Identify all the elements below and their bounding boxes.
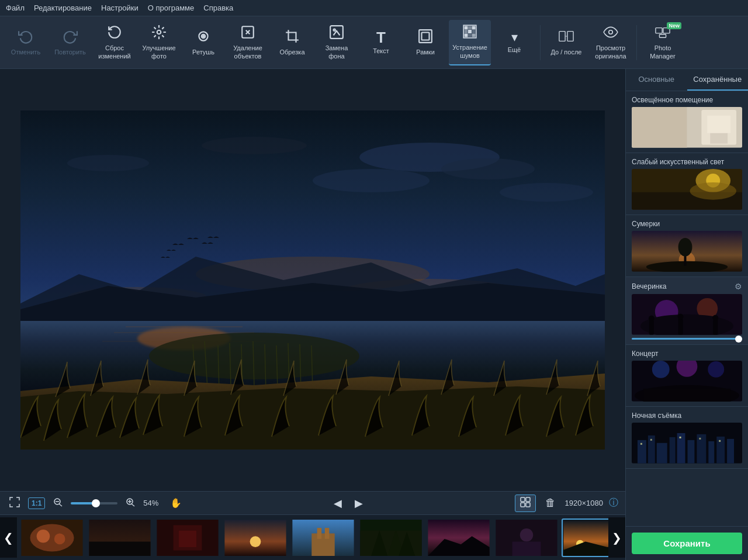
zoom-in-button[interactable] [123,496,137,510]
film-strip-prev[interactable]: ❮ [0,517,17,558]
undo-icon [18,29,33,46]
redo-button[interactable]: Повторить [49,20,91,65]
crop-button[interactable]: Обрезка [271,20,313,65]
menu-settings[interactable]: Настройки [101,4,138,12]
film-thumb-7[interactable] [426,518,491,557]
svg-rect-104 [707,116,730,133]
info-button[interactable]: ⓘ [609,497,618,509]
preview-button[interactable]: Просмотр оригинала [590,20,632,65]
preset-weak-light-label: Слабый искусственный свет [632,158,724,166]
svg-rect-145 [680,437,681,438]
preset-dusk[interactable]: Сумерки [626,215,748,277]
zoom-out-button[interactable] [51,496,65,510]
preset-party-label: Вечеринка [632,282,666,291]
undo-button[interactable]: Отменить [5,20,47,65]
svg-rect-105 [710,133,728,144]
svg-rect-7 [330,26,343,39]
zoom-slider[interactable] [71,502,117,504]
menu-help[interactable]: Справка [203,4,233,12]
photo-manager-label: Photo Manager [644,44,681,60]
preset-dusk-label: Сумерки [632,220,660,228]
preset-weak-light[interactable]: Слабый искусственный свет [626,153,748,215]
reset-label: Сброс изменений [96,44,133,60]
grid-view-button[interactable] [515,495,536,512]
preview-label: Просмотр оригинала [592,44,629,60]
svg-rect-124 [713,320,718,335]
film-thumb-3[interactable] [155,518,220,557]
frames-button[interactable]: Рамки [404,20,446,65]
svg-rect-102 [632,107,687,148]
frames-label: Рамки [416,49,435,56]
svg-rect-140 [708,441,714,464]
film-thumb-4[interactable] [223,518,288,557]
film-strip-next[interactable]: ❯ [608,517,625,558]
menu-bar: Файл Редактирование Настройки О программ… [0,0,748,16]
remove-objects-icon [240,25,255,42]
replace-bg-button[interactable]: Замена фона [316,20,358,65]
svg-rect-142 [727,439,734,464]
text-button[interactable]: T Текст [360,20,402,65]
more-label: Ещё [508,46,521,54]
preset-night-shot[interactable]: Ночная съёмка [626,407,748,469]
prev-image-button[interactable]: ◀ [330,496,345,511]
svg-rect-146 [699,438,701,440]
svg-rect-10 [422,32,430,40]
film-thumb-5[interactable] [290,518,356,557]
film-thumb-9[interactable] [562,518,608,557]
pan-tool-icon[interactable]: ✋ [170,497,182,509]
denoise-button[interactable]: Устранение шумов [449,20,491,65]
svg-rect-19 [469,34,471,37]
svg-rect-78 [89,541,150,555]
svg-point-37 [500,183,593,202]
delete-button[interactable]: 🗑 [542,496,559,510]
tab-saved[interactable]: Сохранённые [687,69,749,91]
preset-party-slider[interactable] [632,338,742,340]
preset-settings-icon[interactable]: ⚙ [735,282,742,291]
retouch-button[interactable]: Ретушь [182,20,224,65]
fit-button[interactable] [7,496,22,510]
save-button[interactable]: Сохранить [632,533,742,554]
tab-basic[interactable]: Основные [626,69,687,91]
preset-dusk-thumb [632,231,742,272]
preset-party[interactable]: Вечеринка ⚙ [626,277,748,345]
new-badge: New [667,22,681,29]
svg-point-115 [678,238,692,257]
svg-rect-131 [643,389,730,402]
svg-rect-16 [469,30,471,33]
svg-rect-27 [659,34,666,38]
svg-rect-71 [521,503,525,507]
more-button[interactable]: ▾ Ещё [493,20,535,65]
preset-bright-room[interactable]: Освещённое помещение [626,91,748,153]
before-after-button[interactable]: До / после [545,20,587,65]
replace-bg-icon [329,25,344,42]
svg-rect-136 [670,437,676,464]
menu-edit[interactable]: Редактирование [34,4,92,12]
menu-file[interactable]: Файл [6,4,25,12]
svg-rect-13 [469,27,471,29]
svg-point-8 [334,29,335,31]
image-container[interactable] [0,69,625,491]
preset-party-thumb [632,294,742,335]
svg-marker-42 [20,283,605,321]
remove-objects-button[interactable]: Удаление объектов [227,20,269,65]
panel-tabs: Основные Сохранённые [626,69,748,91]
svg-point-110 [690,182,736,200]
reset-button[interactable]: Сброс изменений [94,20,136,65]
film-thumb-1[interactable] [19,518,85,557]
menu-about[interactable]: О программе [148,4,195,12]
preset-concert-thumb [632,361,742,402]
film-thumb-2[interactable] [87,518,153,557]
preset-concert[interactable]: Концерт [626,345,748,407]
next-image-button[interactable]: ▶ [351,496,366,511]
enhance-button[interactable]: Улучшение фото [138,20,180,65]
panel-content: Освещённое помещение Слабый искусственны… [626,91,748,526]
before-after-icon [559,29,574,46]
crop-icon [285,29,300,46]
svg-rect-70 [526,497,530,502]
enhance-icon [151,25,167,42]
one-one-button[interactable]: 1:1 [28,497,45,509]
film-thumb-8[interactable] [494,518,559,557]
film-thumb-6[interactable] [358,518,424,557]
photo-manager-button[interactable]: New Photo Manager [642,20,684,65]
svg-point-123 [678,314,684,320]
